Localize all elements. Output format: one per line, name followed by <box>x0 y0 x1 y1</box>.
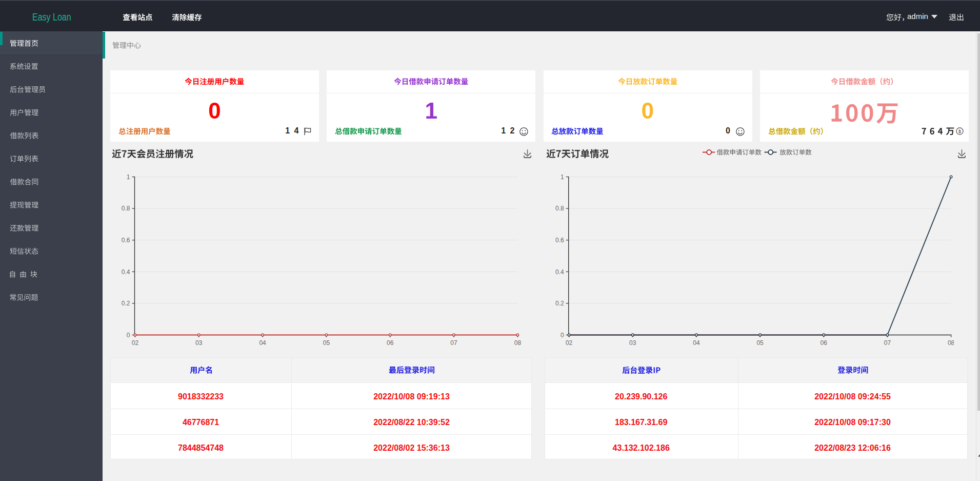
svg-text:0.2: 0.2 <box>122 300 130 307</box>
svg-text:0.4: 0.4 <box>555 268 564 276</box>
svg-text:1: 1 <box>127 174 130 181</box>
svg-text:0.8: 0.8 <box>122 205 130 212</box>
svg-text:02: 02 <box>566 339 573 347</box>
svg-text:06: 06 <box>387 339 394 347</box>
svg-text:07: 07 <box>884 339 891 347</box>
svg-text:0.8: 0.8 <box>555 205 564 212</box>
svg-text:1: 1 <box>561 174 564 181</box>
svg-text:05: 05 <box>756 339 764 347</box>
svg-text:0: 0 <box>561 332 564 339</box>
svg-text:03: 03 <box>629 339 636 347</box>
svg-text:07: 07 <box>450 339 457 347</box>
svg-text:0.4: 0.4 <box>122 268 130 276</box>
svg-text:02: 02 <box>132 339 139 347</box>
svg-text:$: $ <box>958 128 962 134</box>
svg-text:0.2: 0.2 <box>555 300 564 307</box>
svg-text:04: 04 <box>693 339 700 347</box>
svg-text:03: 03 <box>195 339 203 347</box>
svg-text:05: 05 <box>323 339 330 347</box>
svg-text:06: 06 <box>821 339 828 347</box>
svg-text:04: 04 <box>259 339 266 347</box>
svg-text:0: 0 <box>127 332 130 339</box>
svg-text:0.6: 0.6 <box>122 237 130 244</box>
svg-text:0.6: 0.6 <box>555 237 564 244</box>
svg-text:08: 08 <box>948 339 954 347</box>
svg-text:08: 08 <box>514 339 522 347</box>
